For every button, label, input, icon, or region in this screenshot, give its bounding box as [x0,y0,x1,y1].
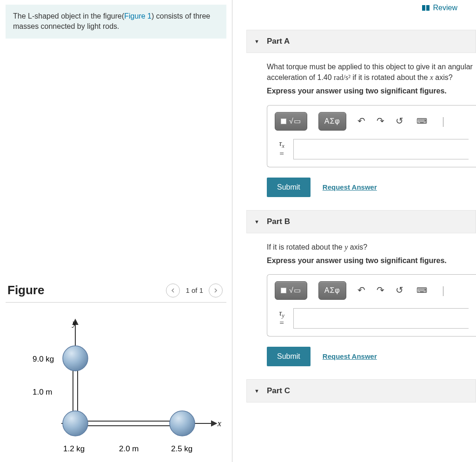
reset-icon[interactable]: ↺ [396,284,403,297]
problem-statement: The L-shaped object in the figure(Figure… [6,5,226,39]
greek-button[interactable]: ΑΣφ [318,281,346,300]
part-b-submit-button[interactable]: Submit [267,347,311,366]
svg-point-9 [63,411,88,436]
figure-link[interactable]: Figure 1 [124,12,152,20]
problem-text-pre: The L-shaped object in the figure( [13,12,124,20]
review-label: Review [433,4,457,12]
reset-icon[interactable]: ↺ [396,114,403,128]
answer-toolbar: √▭ ΑΣφ ↶ ↷ ↺ ⌨ | [275,112,469,131]
review-link[interactable]: Review [232,0,476,21]
figure-prev-button[interactable] [166,284,180,297]
mass-right-label: 2.5 kg [171,444,192,453]
part-b-header[interactable]: ▼ Part B [246,210,476,233]
figure-title: Figure [7,283,164,297]
part-b-title: Part B [267,217,290,226]
keyboard-icon[interactable]: ⌨ [415,284,429,297]
part-c-header[interactable]: ▼ Part C [246,379,476,403]
keyboard-icon[interactable]: ⌨ [415,115,429,127]
mass-top-label: 9.0 kg [33,355,54,363]
redo-icon[interactable]: ↷ [377,284,384,297]
part-a-answer-box: √▭ ΑΣφ ↶ ↷ ↺ ⌨ | τx= [267,105,476,167]
part-a-question: What torque must be applied to this obje… [267,61,476,83]
book-icon [422,5,430,11]
part-b-question: If it is rotated about the y axis? [267,242,476,252]
y-axis-label: y [72,318,76,328]
svg-point-10 [170,411,195,436]
x-axis-label: x [217,419,221,428]
part-b-request-answer[interactable]: Request Answer [323,352,377,360]
part-a-header[interactable]: ▼ Part A [246,30,476,53]
chevron-left-icon [171,288,175,293]
chevron-right-icon [213,288,218,293]
figure-diagram: y x [6,303,226,462]
part-a-request-answer[interactable]: Request Answer [323,183,377,191]
part-a-answer-input[interactable] [293,139,469,159]
part-a-instruction: Express your answer using two significan… [267,86,476,96]
mass-origin-label: 1.2 kg [63,444,85,453]
part-b-answer-box: √▭ ΑΣφ ↶ ↷ ↺ ⌨ | τy= [267,274,476,337]
chevron-down-icon: ▼ [254,388,259,394]
templates-button[interactable]: √▭ [275,112,307,131]
part-c-title: Part C [267,386,290,396]
undo-icon[interactable]: ↶ [357,114,365,128]
answer-toolbar: √▭ ΑΣφ ↶ ↷ ↺ ⌨ | [275,281,469,300]
figure-next-button[interactable] [209,284,223,297]
len-horiz-label: 2.0 m [119,444,139,453]
svg-point-8 [63,346,88,371]
part-a-variable: τx= [275,139,289,158]
part-b-answer-input[interactable] [293,308,469,329]
redo-icon[interactable]: ↷ [377,114,384,128]
len-vert-label: 1.0 m [33,388,53,396]
greek-button[interactable]: ΑΣφ [318,112,346,131]
undo-icon[interactable]: ↶ [357,284,365,297]
chevron-down-icon: ▼ [254,219,259,224]
figure-pager: 1 of 1 [185,286,203,294]
part-b-variable: τy= [275,309,289,328]
chevron-down-icon: ▼ [254,39,259,44]
part-a-title: Part A [267,37,290,46]
part-a-submit-button[interactable]: Submit [267,178,311,197]
templates-button[interactable]: √▭ [275,281,307,300]
figure-section: Figure 1 of 1 [6,279,226,462]
part-b-instruction: Express your answer using two significan… [267,255,476,266]
